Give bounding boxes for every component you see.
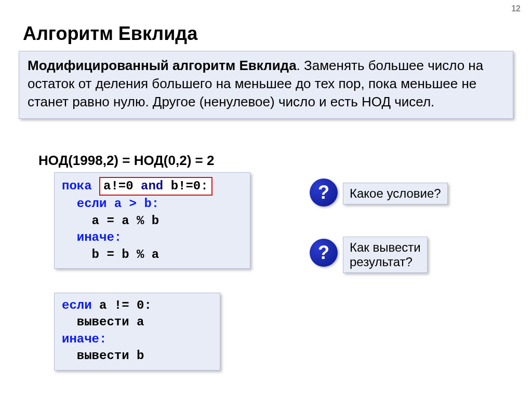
kw-if: если [62, 298, 92, 312]
code-line: иначе: [62, 229, 243, 246]
code-line: если a > b: [62, 196, 243, 212]
equation-text: НОД(1998,2) = НОД(0,2) = 2 [38, 153, 214, 169]
code-block-output: если a != 0: вывести a иначе: вывести b [54, 293, 220, 370]
question-mark-icon: ? [310, 239, 338, 267]
description-strong: Модифицированный алгоритм Евклида [28, 58, 297, 73]
code-line: a = a % b [62, 213, 243, 229]
code-line: вывести b [62, 348, 212, 364]
code-line: b = b % a [62, 246, 243, 263]
question2-line1: Как вывести [350, 240, 421, 255]
condition-frame: a!=0 and b!=0: [99, 177, 212, 196]
code-line: вывести a [62, 314, 212, 331]
question-mark-icon: ? [310, 179, 338, 207]
kw-else: иначе: [62, 331, 212, 348]
kw-while: пока [62, 179, 99, 193]
code-block-loop: пока a!=0 and b!=0: если a > b: a = a % … [54, 172, 250, 269]
page-number: 12 [511, 4, 521, 13]
question2-line2: результат? [350, 255, 421, 269]
slide-title: Алгоритм Евклида [23, 23, 197, 45]
cond-b: b!=0: [163, 179, 208, 193]
question2-label: Как вывести результат? [343, 237, 428, 273]
cond-a: a!=0 [103, 179, 141, 193]
question1-label: Какое условие? [343, 183, 448, 204]
code-cond: a != 0: [92, 298, 152, 312]
kw-and: and [141, 179, 163, 193]
description-box: Модифицированный алгоритм Евклида. Замен… [19, 51, 513, 119]
